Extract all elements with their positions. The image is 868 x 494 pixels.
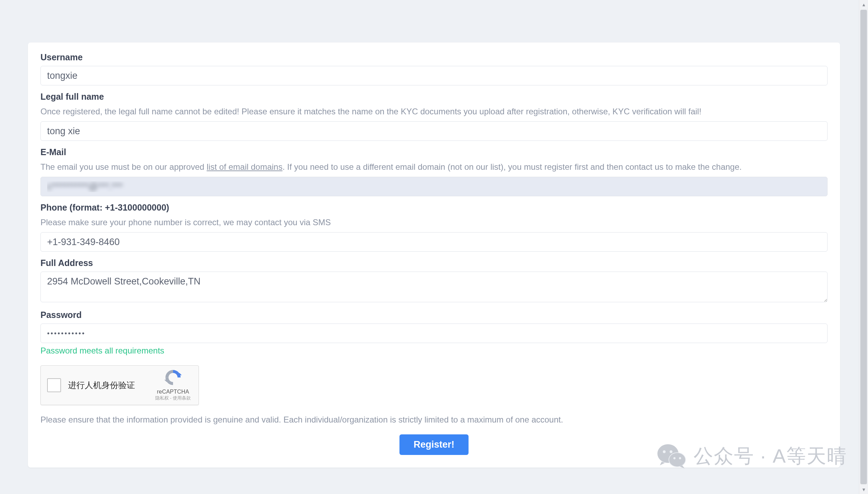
password-group: Password Password meets all requirements [40,310,828,356]
email-helper-suffix: . If you need to use a different email d… [283,162,742,172]
email-group: E-Mail The email you use must be on our … [40,147,828,196]
password-input[interactable] [40,324,828,343]
register-button[interactable]: Register! [399,434,468,455]
recaptcha-box: 进行人机身份验证 reCAPTCHA 隐私权 - 使用条款 [40,365,199,405]
phone-label: Phone (format: +1-3100000000) [40,203,828,213]
legal-name-helper: Once registered, the legal full name can… [40,105,828,118]
username-input[interactable] [40,66,828,85]
legal-name-group: Legal full name Once registered, the leg… [40,92,828,141]
legal-name-input[interactable] [40,121,828,141]
phone-helper: Please make sure your phone number is co… [40,216,828,229]
email-label: E-Mail [40,147,828,157]
username-label: Username [40,52,828,62]
email-input[interactable] [40,177,828,196]
scroll-up-arrow-icon[interactable]: ▲ [859,0,868,9]
recaptcha-icon [164,369,182,387]
email-helper-prefix: The email you use must be on our approve… [40,162,207,172]
password-label: Password [40,310,828,320]
recaptcha-terms: 隐私权 - 使用条款 [155,395,191,401]
legal-name-label: Legal full name [40,92,828,102]
email-domains-link[interactable]: list of email domains [207,162,282,172]
recaptcha-container: 进行人机身份验证 reCAPTCHA 隐私权 - 使用条款 [40,365,828,405]
recaptcha-logo-area: reCAPTCHA 隐私权 - 使用条款 [154,369,192,401]
recaptcha-checkbox[interactable] [47,378,61,392]
account-disclaimer: Please ensure that the information provi… [40,415,828,425]
address-group: Full Address 2954 McDowell Street,Cookev… [40,258,828,304]
recaptcha-brand: reCAPTCHA [157,389,189,395]
phone-input[interactable] [40,232,828,252]
registration-form-card: Username Legal full name Once registered… [28,43,840,468]
address-textarea[interactable]: 2954 McDowell Street,Cookeville,TN [40,272,828,302]
recaptcha-label: 进行人机身份验证 [68,380,154,391]
email-helper: The email you use must be on our approve… [40,161,828,173]
phone-group: Phone (format: +1-3100000000) Please mak… [40,203,828,252]
submit-wrap: Register! [40,434,828,455]
scroll-thumb[interactable] [860,10,867,484]
password-hint: Password meets all requirements [40,346,828,356]
scroll-down-arrow-icon[interactable]: ▼ [859,485,868,494]
vertical-scrollbar[interactable]: ▲ ▼ [859,0,868,494]
username-group: Username [40,52,828,85]
address-label: Full Address [40,258,828,268]
